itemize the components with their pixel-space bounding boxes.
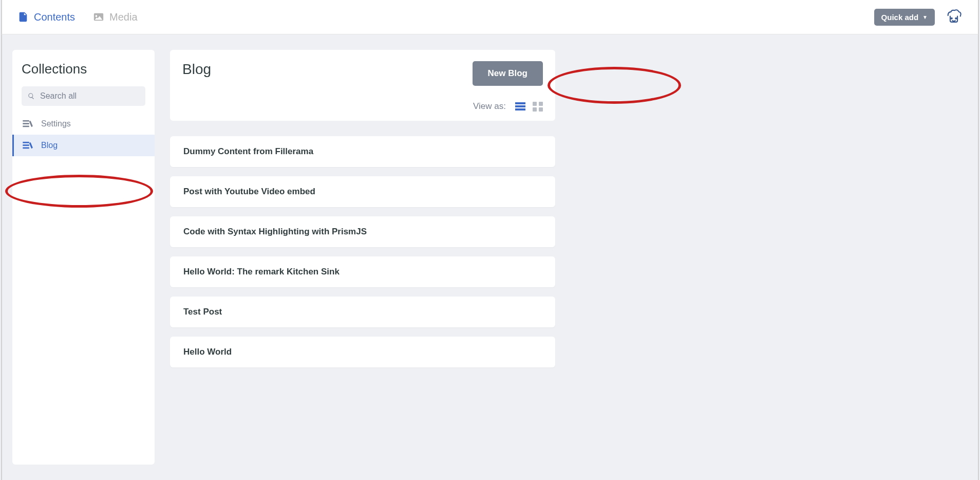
entry-title: Hello World	[183, 347, 232, 357]
svg-rect-7	[23, 147, 29, 149]
svg-point-0	[951, 18, 952, 19]
entry-title: Dummy Content from Fillerama	[183, 146, 313, 156]
nav-right: Quick add ▼	[874, 8, 963, 26]
list-view-icon[interactable]	[515, 101, 525, 112]
entry-title: Hello World: The remark Kitchen Sink	[183, 267, 340, 276]
search-icon	[28, 93, 35, 100]
svg-rect-4	[23, 126, 29, 127]
search-box[interactable]	[22, 86, 145, 106]
nav-contents[interactable]: Contents	[17, 11, 75, 23]
nav-left: Contents Media	[17, 11, 138, 23]
svg-rect-9	[515, 105, 525, 107]
nav-media-label: Media	[109, 11, 137, 23]
entry-title: Code with Syntax Highlighting with Prism…	[183, 227, 367, 236]
svg-rect-14	[539, 107, 543, 112]
svg-point-1	[955, 18, 956, 19]
entry-item[interactable]: Code with Syntax Highlighting with Prism…	[170, 216, 555, 247]
document-icon	[17, 11, 29, 23]
entry-item[interactable]: Hello World: The remark Kitchen Sink	[170, 256, 555, 287]
svg-rect-12	[539, 102, 543, 106]
svg-rect-8	[515, 102, 525, 104]
entry-item[interactable]: Dummy Content from Fillerama	[170, 136, 555, 167]
sidebar-item-label: Settings	[41, 119, 71, 128]
chevron-down-icon: ▼	[922, 14, 928, 20]
top-navigation: Contents Media Quick add ▼	[1, 0, 979, 34]
entry-title: Test Post	[183, 307, 222, 317]
image-icon	[93, 11, 104, 23]
sidebar-item-blog[interactable]: Blog	[12, 135, 155, 156]
nav-contents-label: Contents	[34, 11, 75, 23]
header-row: Blog New Blog	[182, 61, 543, 86]
entry-item[interactable]: Hello World	[170, 337, 555, 367]
sidebar-item-settings[interactable]: Settings	[12, 113, 155, 135]
view-controls: View as:	[182, 101, 543, 112]
main-panel: Blog New Blog View as: Dummy Content fro…	[170, 50, 555, 465]
svg-rect-10	[515, 108, 525, 110]
entry-item[interactable]: Test Post	[170, 297, 555, 327]
svg-rect-6	[23, 144, 29, 146]
collection-icon	[23, 120, 34, 128]
view-icons	[515, 101, 543, 112]
svg-rect-11	[533, 102, 537, 106]
entry-item[interactable]: Post with Youtube Video embed	[170, 176, 555, 207]
svg-rect-13	[533, 107, 537, 112]
svg-rect-5	[23, 142, 29, 143]
search-input[interactable]	[40, 91, 143, 101]
content-area: Collections Settings Blog Blog New Blog	[1, 34, 979, 480]
new-entry-button[interactable]: New Blog	[473, 61, 543, 86]
svg-rect-3	[23, 123, 29, 124]
collection-header: Blog New Blog View as:	[170, 50, 555, 121]
collection-icon	[23, 141, 34, 150]
quick-add-label: Quick add	[881, 13, 919, 22]
nav-media[interactable]: Media	[93, 11, 137, 23]
entry-title: Post with Youtube Video embed	[183, 187, 315, 196]
sidebar-item-label: Blog	[41, 141, 58, 150]
svg-rect-2	[23, 120, 29, 122]
netlify-logo-icon[interactable]	[945, 8, 963, 26]
page-title: Blog	[182, 61, 211, 78]
collections-sidebar: Collections Settings Blog	[12, 50, 155, 465]
view-as-label: View as:	[473, 101, 506, 112]
sidebar-title: Collections	[12, 61, 155, 86]
quick-add-button[interactable]: Quick add ▼	[874, 9, 935, 26]
grid-view-icon[interactable]	[533, 101, 543, 112]
